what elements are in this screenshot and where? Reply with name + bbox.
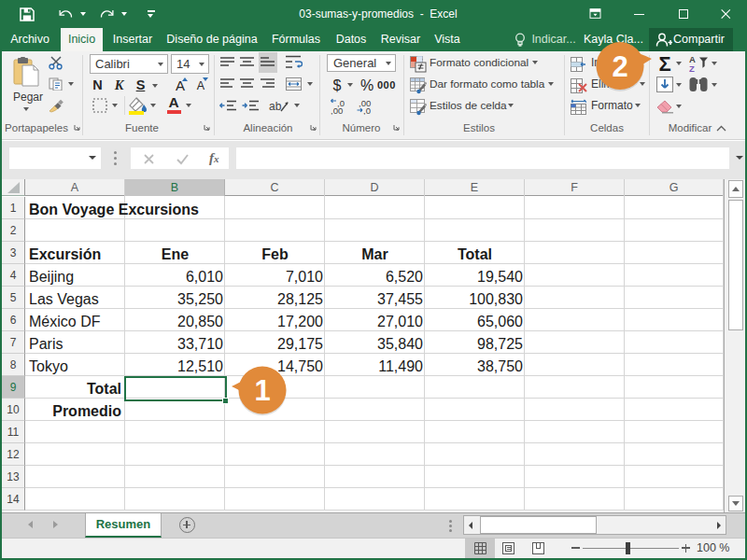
svg-text:Z: Z [689,63,695,72]
svg-text:,00: ,00 [331,105,343,115]
svg-text:ab: ab [269,100,282,113]
svg-text:1: 1 [254,374,270,407]
svg-text:2: 2 [612,50,627,83]
svg-text:,0: ,0 [363,105,371,115]
